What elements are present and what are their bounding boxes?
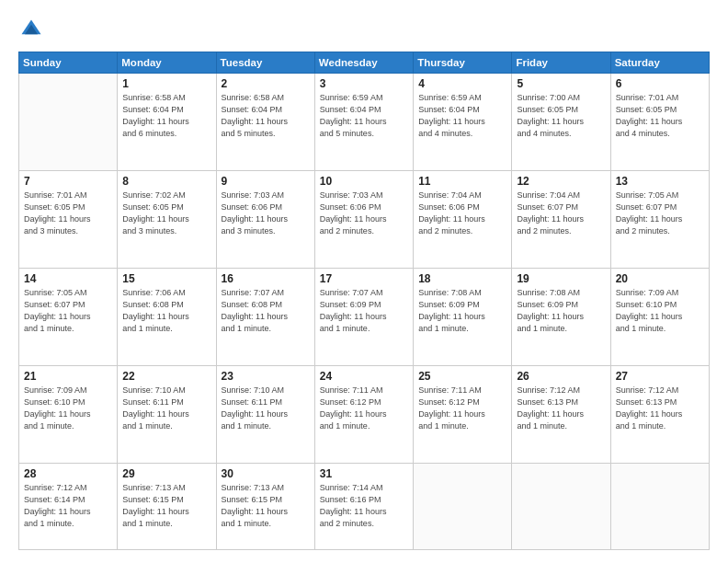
day-cell: 19Sunrise: 7:08 AM Sunset: 6:09 PM Dayli… [512,269,610,366]
day-info: Sunrise: 7:13 AM Sunset: 6:15 PM Dayligh… [122,482,210,530]
day-cell: 11Sunrise: 7:04 AM Sunset: 6:06 PM Dayli… [414,171,512,269]
day-info: Sunrise: 6:58 AM Sunset: 6:04 PM Dayligh… [222,92,310,140]
day-cell: 26Sunrise: 7:12 AM Sunset: 6:13 PM Dayli… [512,366,610,464]
day-number: 29 [122,467,210,480]
day-info: Sunrise: 7:07 AM Sunset: 6:09 PM Dayligh… [320,287,408,335]
day-info: Sunrise: 7:00 AM Sunset: 6:05 PM Dayligh… [517,92,605,140]
logo-icon [18,17,44,42]
day-info: Sunrise: 7:12 AM Sunset: 6:13 PM Dayligh… [616,385,704,432]
day-cell: 21Sunrise: 7:09 AM Sunset: 6:10 PM Dayli… [19,366,118,464]
day-number: 13 [616,175,704,188]
day-number: 11 [418,175,506,188]
weekday-header-thursday: Thursday [414,52,512,74]
day-number: 9 [222,175,310,188]
day-number: 12 [517,175,605,188]
day-cell: 10Sunrise: 7:03 AM Sunset: 6:06 PM Dayli… [314,171,413,269]
weekday-header-row: SundayMondayTuesdayWednesdayThursdayFrid… [19,52,710,74]
day-number: 4 [418,77,506,90]
weekday-header-saturday: Saturday [610,52,709,74]
day-info: Sunrise: 7:10 AM Sunset: 6:11 PM Dayligh… [122,385,210,432]
day-info: Sunrise: 7:04 AM Sunset: 6:06 PM Dayligh… [418,190,506,237]
day-cell: 14Sunrise: 7:05 AM Sunset: 6:07 PM Dayli… [19,269,118,366]
day-number: 8 [122,175,210,188]
day-info: Sunrise: 7:11 AM Sunset: 6:12 PM Dayligh… [418,385,506,432]
day-number: 5 [517,77,605,90]
day-cell: 25Sunrise: 7:11 AM Sunset: 6:12 PM Dayli… [414,366,512,464]
day-info: Sunrise: 7:10 AM Sunset: 6:11 PM Dayligh… [222,385,310,432]
day-cell: 20Sunrise: 7:09 AM Sunset: 6:10 PM Dayli… [610,269,709,366]
day-info: Sunrise: 7:12 AM Sunset: 6:13 PM Dayligh… [517,385,605,432]
day-cell: 12Sunrise: 7:04 AM Sunset: 6:07 PM Dayli… [512,171,610,269]
day-info: Sunrise: 7:05 AM Sunset: 6:07 PM Dayligh… [616,190,704,237]
day-number: 10 [320,175,408,188]
day-info: Sunrise: 7:04 AM Sunset: 6:07 PM Dayligh… [517,190,605,237]
calendar-table: SundayMondayTuesdayWednesdayThursdayFrid… [18,52,710,550]
page: SundayMondayTuesdayWednesdayThursdayFrid… [0,0,728,563]
day-info: Sunrise: 7:13 AM Sunset: 6:15 PM Dayligh… [222,482,310,530]
weekday-header-tuesday: Tuesday [216,52,314,74]
day-cell: 8Sunrise: 7:02 AM Sunset: 6:05 PM Daylig… [118,171,216,269]
weekday-header-monday: Monday [118,52,216,74]
day-info: Sunrise: 7:08 AM Sunset: 6:09 PM Dayligh… [418,287,506,335]
day-info: Sunrise: 6:59 AM Sunset: 6:04 PM Dayligh… [320,92,408,140]
weekday-header-wednesday: Wednesday [314,52,413,74]
day-number: 19 [517,272,605,285]
week-row-1: 1Sunrise: 6:58 AM Sunset: 6:04 PM Daylig… [19,74,710,171]
day-number: 2 [222,77,310,90]
day-cell [512,464,610,550]
day-info: Sunrise: 7:12 AM Sunset: 6:14 PM Dayligh… [24,482,112,530]
day-number: 22 [122,370,210,383]
day-info: Sunrise: 7:07 AM Sunset: 6:08 PM Dayligh… [222,287,310,335]
day-info: Sunrise: 6:58 AM Sunset: 6:04 PM Dayligh… [122,92,210,140]
day-cell: 7Sunrise: 7:01 AM Sunset: 6:05 PM Daylig… [19,171,118,269]
day-number: 16 [222,272,310,285]
day-number: 25 [418,370,506,383]
day-cell: 27Sunrise: 7:12 AM Sunset: 6:13 PM Dayli… [610,366,709,464]
week-row-3: 14Sunrise: 7:05 AM Sunset: 6:07 PM Dayli… [19,269,710,366]
weekday-header-friday: Friday [512,52,610,74]
day-cell: 2Sunrise: 6:58 AM Sunset: 6:04 PM Daylig… [216,74,314,171]
day-cell: 24Sunrise: 7:11 AM Sunset: 6:12 PM Dayli… [314,366,413,464]
day-number: 15 [122,272,210,285]
day-cell: 15Sunrise: 7:06 AM Sunset: 6:08 PM Dayli… [118,269,216,366]
day-cell: 31Sunrise: 7:14 AM Sunset: 6:16 PM Dayli… [314,464,413,550]
day-info: Sunrise: 7:14 AM Sunset: 6:16 PM Dayligh… [320,482,408,530]
day-number: 1 [122,77,210,90]
day-info: Sunrise: 7:03 AM Sunset: 6:06 PM Dayligh… [320,190,408,237]
day-info: Sunrise: 7:01 AM Sunset: 6:05 PM Dayligh… [24,190,112,237]
day-number: 20 [616,272,704,285]
day-number: 27 [616,370,704,383]
day-info: Sunrise: 7:01 AM Sunset: 6:05 PM Dayligh… [616,92,704,140]
header [18,17,710,42]
day-info: Sunrise: 7:06 AM Sunset: 6:08 PM Dayligh… [122,287,210,335]
weekday-header-sunday: Sunday [19,52,118,74]
day-cell: 29Sunrise: 7:13 AM Sunset: 6:15 PM Dayli… [118,464,216,550]
day-cell [610,464,709,550]
day-info: Sunrise: 7:08 AM Sunset: 6:09 PM Dayligh… [517,287,605,335]
day-info: Sunrise: 7:09 AM Sunset: 6:10 PM Dayligh… [616,287,704,335]
week-row-2: 7Sunrise: 7:01 AM Sunset: 6:05 PM Daylig… [19,171,710,269]
day-cell: 18Sunrise: 7:08 AM Sunset: 6:09 PM Dayli… [414,269,512,366]
day-number: 17 [320,272,408,285]
day-number: 23 [222,370,310,383]
week-row-4: 21Sunrise: 7:09 AM Sunset: 6:10 PM Dayli… [19,366,710,464]
day-info: Sunrise: 7:11 AM Sunset: 6:12 PM Dayligh… [320,385,408,432]
day-number: 18 [418,272,506,285]
day-info: Sunrise: 7:03 AM Sunset: 6:06 PM Dayligh… [222,190,310,237]
day-cell: 22Sunrise: 7:10 AM Sunset: 6:11 PM Dayli… [118,366,216,464]
day-number: 30 [222,467,310,480]
day-number: 6 [616,77,704,90]
day-info: Sunrise: 7:02 AM Sunset: 6:05 PM Dayligh… [122,190,210,237]
day-cell: 17Sunrise: 7:07 AM Sunset: 6:09 PM Dayli… [314,269,413,366]
day-cell: 5Sunrise: 7:00 AM Sunset: 6:05 PM Daylig… [512,74,610,171]
day-number: 14 [24,272,112,285]
day-cell [414,464,512,550]
day-number: 28 [24,467,112,480]
day-cell: 23Sunrise: 7:10 AM Sunset: 6:11 PM Dayli… [216,366,314,464]
day-info: Sunrise: 7:05 AM Sunset: 6:07 PM Dayligh… [24,287,112,335]
day-cell: 13Sunrise: 7:05 AM Sunset: 6:07 PM Dayli… [610,171,709,269]
day-number: 3 [320,77,408,90]
day-cell: 3Sunrise: 6:59 AM Sunset: 6:04 PM Daylig… [314,74,413,171]
day-cell [19,74,118,171]
day-cell: 1Sunrise: 6:58 AM Sunset: 6:04 PM Daylig… [118,74,216,171]
